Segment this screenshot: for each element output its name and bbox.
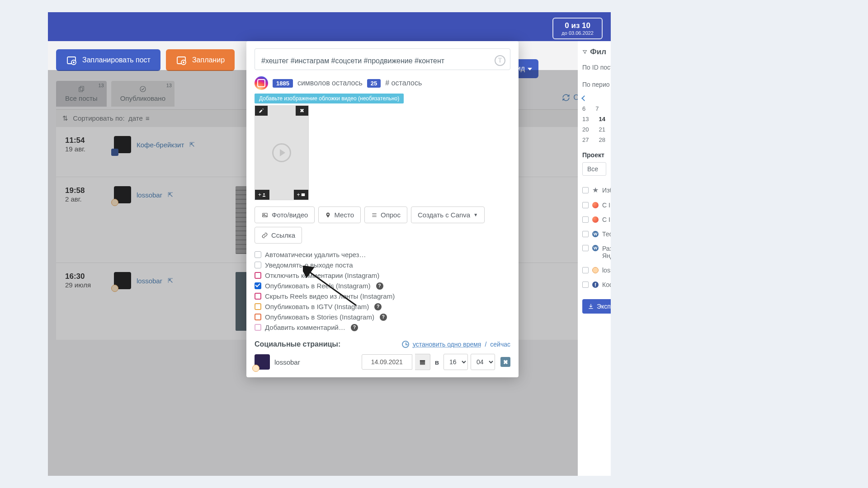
chars-count: 1885 (273, 79, 293, 88)
svg-rect-5 (79, 88, 82, 92)
date-picker-button[interactable] (415, 354, 430, 370)
date-input[interactable] (362, 354, 412, 370)
attach-photo-button[interactable]: Фото/видео (255, 206, 315, 223)
attach-poll-button[interactable]: Опрос (364, 206, 407, 223)
filter-fav[interactable]: ★Изб (582, 186, 606, 194)
instagram-badge-icon (111, 199, 118, 206)
filter-cin1[interactable]: С In (582, 202, 606, 209)
filter-tec[interactable]: WТес (582, 230, 606, 238)
chars-label: символов осталось (297, 79, 363, 87)
check-reels[interactable]: Опубликовать в Reels (Instagram)? (255, 282, 510, 290)
post-title-link[interactable]: lossobar (137, 191, 162, 199)
filter-koff[interactable]: fКоф (582, 281, 606, 288)
tab-pub-label: Опубликовано (120, 94, 165, 102)
add-image-icon[interactable]: + (294, 190, 308, 200)
poll-icon (371, 212, 377, 218)
now-link[interactable]: сейчас (490, 341, 510, 348)
avatar (114, 136, 131, 153)
filter-loss[interactable]: loss (582, 267, 606, 274)
export-icon (588, 303, 594, 310)
account-name: lossobar (274, 358, 300, 366)
plan-other-label: Запланир (192, 56, 225, 64)
export-button[interactable]: Экспо (582, 299, 611, 314)
post-date: 19 авг. (65, 145, 101, 153)
play-icon (272, 143, 291, 162)
text-style-icon[interactable]: T (495, 55, 505, 66)
check-autodelete[interactable]: Автоматически удалить через… (255, 251, 510, 258)
plan-post-button[interactable]: Запланировать пост (56, 49, 160, 71)
quota-badge: 0 из 10 до 03.06.2022 (552, 18, 603, 39)
plan-icon-2 (176, 55, 187, 66)
sort-value: дате (128, 114, 143, 122)
hashtags-count: 25 (367, 79, 381, 88)
filter-title: Фил (590, 47, 606, 56)
tab-all-posts[interactable]: 13 Все посты (56, 81, 107, 107)
set-one-time-link[interactable]: установить одно время (413, 341, 481, 348)
post-time: 11:54 (65, 136, 101, 145)
project-label: Проект (582, 151, 606, 159)
help-icon[interactable]: ? (376, 282, 383, 290)
post-textarea[interactable]: #хештег #инстаграм #соцсети #продвижение… (255, 48, 510, 70)
tag-person-icon[interactable]: + (255, 190, 269, 200)
help-icon[interactable]: ? (380, 314, 387, 321)
tab-all-count: 13 (98, 83, 104, 88)
textarea-content: #хештег #инстаграм #соцсети #продвижение… (261, 57, 504, 65)
check-hide-reels[interactable]: Скрыть Reels видео из ленты (Instagram) (255, 292, 510, 300)
filter-panel: Фил По ID пост По перио 67 1314 2021 272… (578, 41, 611, 476)
edit-media-icon[interactable] (255, 106, 268, 116)
by-period-label: По перио (582, 81, 606, 88)
tab-published[interactable]: 13 Опубликовано (111, 81, 175, 107)
svg-rect-4 (80, 86, 84, 90)
check-disable-comments[interactable]: Отключить комментарии (Instagram) (255, 272, 510, 279)
check-notify[interactable]: Уведомлять о выходе поста (255, 261, 510, 269)
post-time: 19:58 (65, 186, 101, 195)
cover-note[interactable]: Добавьте изображение обложки видео (необ… (255, 94, 404, 103)
hour-select[interactable]: 16 (443, 354, 468, 370)
instagram-badge-icon (111, 285, 118, 292)
chevron-left-icon[interactable] (581, 95, 587, 101)
facebook-badge-icon (111, 149, 118, 156)
calendar-icon (419, 359, 426, 366)
tab-pub-count: 13 (166, 83, 172, 88)
filter-icon (582, 48, 587, 56)
check-circle-icon (138, 85, 147, 93)
refresh-icon (562, 94, 570, 102)
hashtags-label: # осталось (385, 79, 422, 87)
calendar[interactable]: 67 1314 2021 2728 (582, 105, 606, 143)
avatar (114, 186, 131, 203)
remove-media-icon[interactable]: ✖ (296, 106, 308, 116)
remove-schedule-icon[interactable]: ✖ (500, 357, 510, 367)
plan-post-label: Запланировать пост (82, 56, 151, 64)
filter-raz[interactable]: WРазЯндек (582, 245, 606, 259)
post-date: 2 авг. (65, 195, 101, 203)
help-icon[interactable]: ? (374, 303, 382, 310)
attach-place-button[interactable]: Место (318, 206, 361, 223)
avatar (114, 272, 131, 289)
plan-other-button[interactable]: Запланир (166, 49, 235, 71)
svg-rect-15 (420, 360, 425, 361)
check-add-comment[interactable]: Добавить комментарий…? (255, 324, 510, 331)
post-editor-modal: #хештег #инстаграм #соцсети #продвижение… (246, 41, 519, 377)
post-title-link[interactable]: lossobar (137, 277, 162, 285)
project-select[interactable]: Все (582, 162, 606, 176)
clock-icon (402, 341, 409, 348)
pin-icon (325, 211, 331, 219)
attach-canva-button[interactable]: Создать с Canva▼ (411, 206, 485, 223)
media-thumbnail[interactable]: ✖ + + (255, 105, 309, 200)
check-stories[interactable]: Опубликовать в Stories (Instagram)? (255, 313, 510, 321)
attach-link-button[interactable]: Ссылка (255, 227, 302, 244)
svg-point-6 (140, 86, 146, 92)
minute-select[interactable]: 04 (471, 354, 495, 370)
filter-cin2[interactable]: С In (582, 216, 606, 223)
help-icon[interactable]: ? (351, 324, 358, 331)
svg-rect-11 (301, 193, 305, 196)
post-title-link[interactable]: Кофе-брейкзит (137, 141, 184, 149)
check-igtv[interactable]: Опубликовать в IGTV (Instagram)? (255, 303, 510, 310)
post-time: 16:30 (65, 272, 101, 281)
sort-label: Сортировать по: (73, 114, 124, 122)
quota-main: 0 из 10 (561, 21, 594, 30)
plan-icon (66, 55, 77, 66)
copy-icon (77, 85, 86, 93)
at-label: в (435, 358, 439, 366)
svg-point-10 (263, 193, 264, 195)
